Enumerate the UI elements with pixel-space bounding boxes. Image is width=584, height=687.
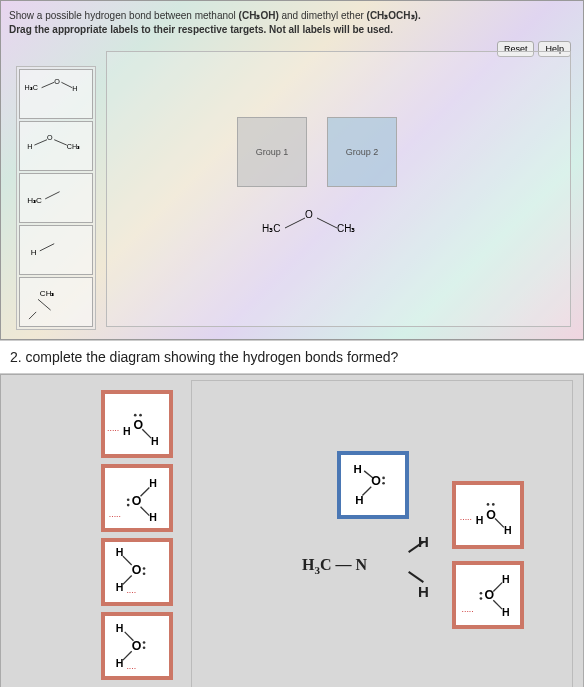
label-tile-ch3[interactable]: CH₃ (19, 277, 93, 327)
svg-text:O: O (47, 133, 53, 142)
svg-line-70 (493, 583, 502, 592)
tile-water-donor-mixed[interactable]: H O H ···· (101, 612, 173, 680)
instr-text-1: Show a possible hydrogen bond between me… (9, 10, 239, 21)
svg-text:·····: ····· (107, 425, 119, 435)
svg-text:O: O (132, 639, 142, 653)
svg-text:O: O (486, 508, 496, 522)
question-2-prompt: 2. complete the diagram showing the hydr… (0, 340, 584, 374)
drop-target-right-lower[interactable]: O H ····· H (452, 561, 524, 629)
drop-target-group1[interactable]: Group 1 (237, 117, 307, 187)
svg-text:H: H (151, 435, 159, 447)
svg-text:H: H (502, 606, 510, 618)
svg-point-48 (143, 641, 146, 644)
svg-line-65 (495, 519, 504, 528)
svg-text:CH₃: CH₃ (337, 223, 355, 234)
svg-line-1 (42, 82, 55, 87)
instr-text-2: and dimethyl ether (282, 10, 367, 21)
svg-line-11 (45, 192, 59, 199)
svg-point-60 (487, 503, 490, 506)
svg-text:····: ···· (126, 663, 136, 673)
svg-line-73 (493, 600, 502, 609)
svg-text:O: O (371, 474, 381, 488)
label-tile-methanol-2[interactable]: HOCH₃ (19, 121, 93, 171)
svg-text:H: H (149, 477, 157, 489)
svg-text:O: O (132, 563, 142, 577)
svg-text:H₃C: H₃C (262, 223, 280, 234)
svg-text:CH₃: CH₃ (40, 289, 55, 298)
panel-hbond-diagram: O ·····H H O H ····· H O H (0, 374, 584, 687)
svg-text:H: H (116, 546, 124, 558)
svg-text:·····: ····· (462, 606, 474, 616)
tile-water-acceptor-left[interactable]: O ·····H H (101, 390, 173, 458)
svg-line-13 (40, 244, 54, 251)
svg-text:H: H (149, 511, 157, 523)
svg-point-68 (480, 597, 483, 600)
svg-point-38 (143, 572, 146, 575)
tile-water-donor-right-down[interactable]: O H ····· H (101, 464, 173, 532)
svg-line-42 (123, 576, 132, 585)
svg-point-57 (382, 482, 385, 485)
svg-point-23 (139, 414, 142, 417)
label-tile-h3c[interactable]: H₃C (19, 173, 93, 223)
svg-text:O: O (484, 588, 494, 602)
svg-point-37 (143, 567, 146, 570)
central-molecule-methylamine: H3C — N (302, 556, 367, 576)
svg-text:H: H (116, 622, 124, 634)
drop-target-top[interactable]: H O H (337, 451, 409, 519)
svg-text:O: O (305, 209, 313, 220)
svg-line-50 (123, 651, 132, 660)
svg-line-58 (362, 487, 371, 496)
svg-point-56 (382, 477, 385, 480)
svg-line-18 (285, 218, 305, 228)
svg-point-22 (134, 414, 137, 417)
svg-line-15 (38, 299, 51, 310)
svg-text:H: H (116, 581, 124, 593)
svg-text:····: ···· (126, 587, 136, 597)
svg-text:H: H (504, 524, 512, 536)
svg-line-3 (61, 82, 72, 87)
svg-line-32 (141, 487, 150, 496)
svg-text:H: H (476, 514, 484, 526)
svg-line-34 (141, 507, 150, 516)
svg-line-20 (317, 218, 337, 228)
panel1-label-palette: H₃COH HOCH₃ H₃C H CH₃ (16, 66, 96, 330)
instructions-block: Show a possible hydrogen bond between me… (9, 9, 575, 37)
panel2-drop-area: H O H O ····· H H O (191, 380, 573, 687)
svg-text:O: O (132, 494, 142, 508)
svg-line-6 (34, 140, 47, 145)
svg-point-67 (480, 592, 483, 595)
svg-text:·····: ····· (109, 511, 121, 521)
svg-text:H: H (502, 573, 510, 585)
svg-point-61 (492, 503, 495, 506)
svg-text:H₃C: H₃C (25, 83, 38, 92)
svg-text:H: H (116, 657, 124, 669)
svg-text:H: H (355, 494, 363, 506)
svg-point-49 (143, 646, 146, 649)
svg-line-16 (29, 312, 36, 319)
svg-text:O: O (54, 77, 60, 86)
svg-line-40 (123, 556, 132, 565)
h-atom-bottom: H (418, 583, 429, 600)
formula-dimethyl-ether: (CH₃OCH₃). (367, 10, 421, 21)
drop-target-group2[interactable]: Group 2 (327, 117, 397, 187)
panel-hbond-methanol-ether: Show a possible hydrogen bond between me… (0, 0, 584, 340)
label-tile-methanol-1[interactable]: H₃COH (19, 69, 93, 119)
bond-n-h-bottom (408, 571, 424, 583)
svg-line-8 (54, 140, 67, 145)
tile-water-donor-left-down[interactable]: O H H ···· (101, 538, 173, 606)
label-tile-h[interactable]: H (19, 225, 93, 275)
svg-line-27 (142, 429, 151, 438)
svg-text:O: O (133, 418, 143, 432)
svg-point-29 (127, 498, 130, 501)
svg-text:H: H (354, 463, 362, 475)
svg-point-30 (127, 504, 130, 507)
svg-text:·····: ····· (460, 514, 472, 524)
svg-text:H: H (27, 142, 32, 151)
svg-text:H₃C: H₃C (27, 196, 42, 205)
svg-text:H: H (72, 84, 77, 93)
panel1-drop-area: Group 1 Group 2 H₃C O CH₃ (106, 51, 571, 327)
drop-target-right-upper[interactable]: O ····· H H (452, 481, 524, 549)
svg-text:H: H (123, 425, 131, 437)
instr-line2: Drag the appropriate labels to their res… (9, 24, 393, 35)
svg-text:CH₃: CH₃ (67, 142, 80, 151)
